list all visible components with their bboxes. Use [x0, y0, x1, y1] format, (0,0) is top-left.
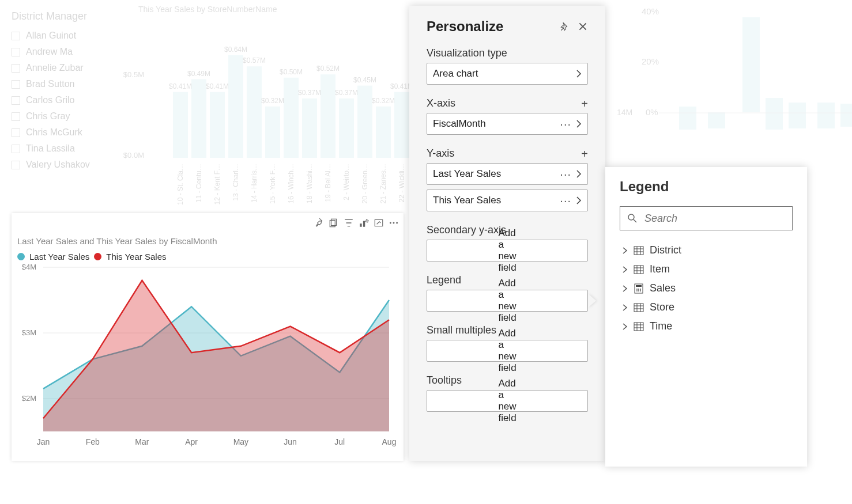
svg-rect-27	[339, 98, 354, 158]
svg-text:$0.49M: $0.49M	[187, 70, 210, 78]
pin-icon[interactable]	[314, 218, 324, 228]
svg-text:$0.41M: $0.41M	[169, 82, 192, 90]
slicer-item: Allan Guinot	[12, 31, 121, 41]
focus-mode-icon[interactable]	[374, 218, 384, 228]
xaxis-add-icon[interactable]: +	[581, 98, 588, 109]
close-icon[interactable]	[578, 21, 588, 32]
slicer-item: Carlos Grilo	[12, 95, 121, 105]
bar-ytick: $0.5M	[123, 70, 144, 79]
svg-rect-42	[766, 98, 783, 130]
svg-rect-43	[789, 103, 806, 128]
svg-text:Jun: Jun	[284, 437, 297, 446]
svg-point-84	[638, 289, 639, 290]
svg-text:$0.57M: $0.57M	[243, 56, 266, 65]
slicer-item: Andrew Ma	[12, 47, 121, 57]
chevron-right-icon	[622, 247, 628, 255]
yaxis-well-1[interactable]: This Year Sales ···	[427, 190, 588, 211]
svg-rect-94	[634, 323, 643, 331]
table-label: Store	[650, 301, 674, 313]
filter-icon[interactable]	[344, 218, 354, 228]
svg-point-85	[640, 289, 641, 290]
legend-swatch-blue	[17, 253, 25, 260]
svg-rect-41	[742, 17, 760, 112]
field-menu-icon[interactable]: ···	[560, 168, 571, 181]
svg-rect-39	[679, 107, 696, 130]
svg-text:11 - Centu…: 11 - Centu…	[195, 164, 203, 203]
svg-rect-24	[321, 74, 335, 158]
chevron-right-icon	[622, 323, 628, 331]
field-menu-icon[interactable]: ···	[560, 118, 571, 131]
svg-point-52	[390, 222, 391, 224]
svg-text:$0.64M: $0.64M	[224, 46, 247, 54]
table-node-item[interactable]: Item	[620, 260, 793, 279]
svg-rect-21	[302, 98, 317, 158]
svg-text:2 - Weirto…: 2 - Weirto…	[342, 164, 350, 200]
search-icon	[627, 213, 638, 223]
legend-add-well[interactable]: Add a new field	[427, 290, 588, 312]
personalize-icon[interactable]	[359, 218, 369, 228]
svg-point-87	[638, 290, 639, 291]
slicer-item: Tina Lassila	[12, 143, 121, 154]
table-icon	[634, 321, 644, 332]
svg-text:$2M: $2M	[22, 394, 36, 403]
field-search-input[interactable]	[643, 212, 785, 225]
chevron-right-icon[interactable]	[576, 69, 582, 78]
svg-text:$0.41M: $0.41M	[206, 82, 229, 90]
svg-text:19 - Bel Ai…: 19 - Bel Ai…	[324, 164, 332, 202]
smallm-add-well[interactable]: Add a new field	[427, 340, 588, 362]
svg-text:21 - Zanes…: 21 - Zanes…	[379, 164, 387, 203]
table-label: Sales	[650, 282, 676, 294]
svg-rect-76	[634, 266, 643, 274]
secy-add-well[interactable]: Add a new field	[427, 240, 588, 262]
svg-rect-50	[363, 221, 365, 227]
secy-placeholder: Add a new field	[498, 228, 516, 274]
right-ytick: 40%	[642, 6, 659, 16]
flyout-title: Legend	[620, 179, 793, 195]
table-node-store[interactable]: Store	[620, 298, 793, 317]
svg-text:Aug: Aug	[382, 437, 397, 446]
yaxis-well-0[interactable]: Last Year Sales ···	[427, 163, 588, 185]
flyout-pointer	[588, 294, 596, 308]
svg-rect-33	[376, 107, 391, 158]
yaxis-add-icon[interactable]: +	[581, 148, 588, 160]
slicer-item: Annelie Zubar	[12, 63, 121, 73]
field-menu-icon[interactable]: ···	[560, 194, 571, 207]
svg-rect-9	[228, 55, 243, 158]
district-manager-slicer: District Manager Allan GuinotAndrew MaAn…	[12, 10, 121, 176]
table-node-time[interactable]: Time	[620, 317, 793, 336]
panel-title: Personalize	[427, 18, 551, 35]
svg-rect-6	[210, 92, 225, 158]
pin-icon[interactable]	[559, 21, 570, 32]
slicer-item: Chris McGurk	[12, 127, 121, 138]
svg-text:$4M: $4M	[22, 263, 36, 271]
svg-rect-36	[394, 92, 409, 158]
xaxis-well[interactable]: FiscalMonth ···	[427, 113, 588, 135]
table-node-district[interactable]: District	[620, 241, 793, 260]
svg-text:22 - Wickli…: 22 - Wickli…	[398, 164, 406, 202]
table-node-sales[interactable]: Sales	[620, 279, 793, 298]
vistype-value: Area chart	[433, 68, 576, 79]
chevron-right-icon[interactable]	[576, 196, 582, 205]
table-label: District	[650, 244, 681, 256]
svg-point-54	[396, 222, 398, 224]
svg-text:14 - Harris…: 14 - Harris…	[250, 164, 258, 203]
yaxis-label: Y-axis	[427, 147, 581, 160]
calculator-icon	[634, 283, 644, 294]
tooltips-add-well[interactable]: Add a new field	[427, 390, 588, 412]
chevron-right-icon[interactable]	[576, 169, 582, 179]
table-icon	[634, 302, 644, 313]
vistype-label: Visualization type	[427, 47, 588, 59]
slicer-item: Brad Sutton	[12, 79, 121, 89]
svg-rect-0	[173, 92, 188, 158]
chevron-right-icon	[622, 266, 628, 274]
vistype-well[interactable]: Area chart	[427, 63, 588, 85]
chevron-right-icon	[622, 285, 628, 293]
bar-ytick: $0.0M	[123, 151, 144, 160]
area-chart-visual[interactable]: Last Year Sales and This Year Sales by F…	[12, 213, 404, 461]
chevron-right-icon[interactable]	[576, 119, 582, 128]
more-options-icon[interactable]	[389, 218, 399, 228]
copy-icon[interactable]	[329, 218, 339, 228]
svg-text:18 - Washi…: 18 - Washi…	[306, 164, 314, 203]
field-search[interactable]	[620, 206, 793, 230]
svg-rect-44	[817, 103, 835, 128]
